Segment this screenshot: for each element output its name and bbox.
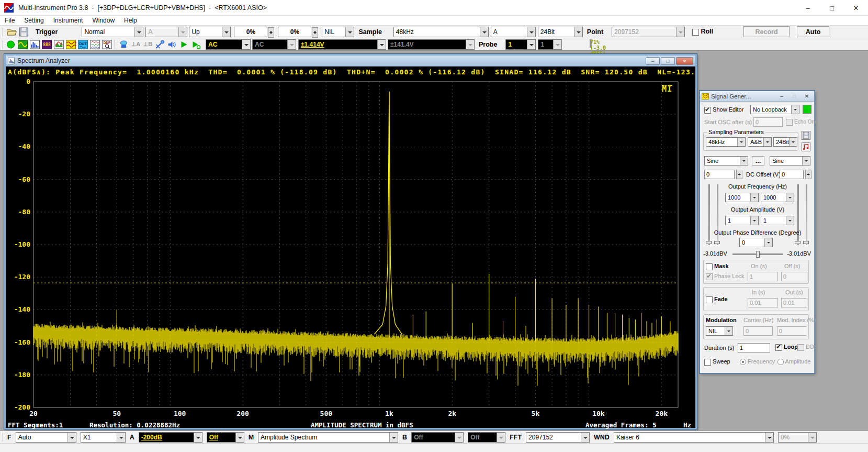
output-level-slider-handle[interactable]: [803, 241, 809, 244]
minimize-button[interactable]: –: [776, 93, 787, 100]
point-count-select[interactable]: 2097152: [612, 27, 685, 37]
generator-run-indicator[interactable]: [803, 105, 811, 114]
waveform-more-button[interactable]: ...: [752, 156, 764, 166]
output-level-slider-track-b1[interactable]: [797, 184, 799, 245]
waveform-a-select[interactable]: Sine: [704, 156, 748, 166]
toolbar-grip[interactable]: [2, 28, 3, 36]
spectrum-3d-plot-icon[interactable]: [53, 39, 64, 50]
frequency-a-select[interactable]: 1000: [725, 193, 759, 202]
mask-checkbox[interactable]: [706, 263, 713, 270]
minimize-button[interactable]: –: [646, 57, 660, 65]
b-shift-select[interactable]: Off: [468, 432, 505, 443]
run-icon[interactable]: [5, 39, 16, 50]
show-editor-checkbox[interactable]: [704, 107, 711, 114]
device-test-plan-icon[interactable]: DUT: [77, 39, 88, 50]
mask-off-input[interactable]: 0: [781, 272, 807, 281]
spinner-arrows-icon[interactable]: [312, 27, 318, 38]
spinner-arrows-icon[interactable]: [805, 170, 811, 179]
reference-b-icon[interactable]: ⊥B: [142, 39, 153, 50]
output-level-slider-handle[interactable]: [795, 241, 801, 244]
fft-size-select[interactable]: 2097152: [526, 432, 590, 443]
sample-rate-select[interactable]: 48kHz: [393, 27, 489, 37]
toolbar-grip[interactable]: [2, 40, 3, 49]
duration-input[interactable]: 1: [738, 343, 770, 352]
modulation-type-select[interactable]: NIL: [706, 326, 733, 336]
sample-channel-select[interactable]: A: [491, 27, 536, 37]
amplitude-a-select[interactable]: 1: [725, 216, 759, 225]
output-level-slider-track-b2[interactable]: [806, 184, 807, 245]
close-button[interactable]: ✕: [801, 93, 813, 100]
trigger-source-select[interactable]: A: [145, 27, 187, 37]
range-b-select[interactable]: ±141.4V: [388, 39, 475, 50]
start-osc-input[interactable]: 0: [753, 117, 783, 127]
probe-calibration-icon[interactable]: [154, 39, 165, 50]
auto-button[interactable]: Auto: [797, 26, 829, 37]
trigger-mode-select[interactable]: Normal: [82, 27, 143, 37]
menu-window[interactable]: Window: [87, 17, 119, 24]
play-green-icon[interactable]: [190, 39, 201, 50]
waveform-b-select[interactable]: Sine: [770, 156, 810, 166]
spectrum-plot[interactable]: 0-20-40-60-80-100-120-140-160-180-200205…: [6, 78, 695, 419]
output-level-slider-handle[interactable]: [706, 241, 712, 244]
spectrum-analyzer-icon[interactable]: [29, 39, 40, 50]
output-level-slider-track-a2[interactable]: [717, 184, 718, 245]
output-level-slider-track-a1[interactable]: [708, 184, 710, 245]
fade-in-input[interactable]: 0.01: [748, 298, 778, 307]
toolbar-grip[interactable]: [2, 433, 3, 442]
signal-generator-titlebar[interactable]: Signal Gener... – □ ✕: [700, 91, 814, 102]
coupling-b-select[interactable]: AC: [252, 39, 296, 50]
close-button[interactable]: ✕: [844, 0, 868, 16]
spectrum-mode-select[interactable]: Amplitude Spectrum: [258, 432, 398, 443]
bit-depth-select[interactable]: 24Bit: [538, 27, 583, 37]
close-button[interactable]: ✕: [676, 57, 693, 65]
carrier-input[interactable]: 0: [743, 326, 773, 336]
maximize-button[interactable]: □: [661, 57, 675, 65]
record-button[interactable]: Record: [743, 26, 790, 37]
save-icon[interactable]: [18, 27, 29, 37]
range-a-select[interactable]: ±1.414V: [298, 39, 386, 50]
sweep-frequency-radio[interactable]: [740, 359, 746, 365]
window-function-select[interactable]: Kaiser 6: [614, 432, 774, 443]
mask-on-input[interactable]: 1: [748, 272, 778, 281]
loop-checkbox[interactable]: [775, 344, 782, 351]
probe-b-select[interactable]: 1: [538, 39, 562, 50]
open-file-icon[interactable]: [6, 27, 17, 37]
generator-channels-select[interactable]: A&B: [748, 137, 772, 147]
derived-data-point-icon[interactable]: [89, 39, 100, 50]
menu-setting[interactable]: Setting: [19, 17, 48, 24]
a-shift-select[interactable]: Off: [207, 432, 244, 443]
maximize-button[interactable]: □: [788, 93, 800, 100]
output-level-slider-handle[interactable]: [714, 241, 720, 244]
music-notes-icon[interactable]: [802, 142, 810, 151]
phase-lock-checkbox[interactable]: [706, 273, 713, 280]
fade-checkbox[interactable]: [706, 296, 713, 303]
trigger-level-spinner[interactable]: 0%: [234, 27, 267, 37]
maximize-button[interactable]: □: [820, 0, 844, 16]
trigger-delay-spinner[interactable]: 0%: [278, 27, 311, 37]
b-range-select[interactable]: Off: [411, 432, 464, 443]
dc-offset-b-input[interactable]: 0: [780, 170, 804, 179]
fade-out-input[interactable]: 0.01: [781, 298, 807, 307]
trigger-hpf-select[interactable]: NIL: [322, 27, 354, 37]
oscilloscope-icon[interactable]: [17, 39, 28, 50]
signal-generator-icon[interactable]: [65, 39, 76, 50]
balance-slider-track[interactable]: [732, 253, 783, 255]
mod-index-input[interactable]: 0: [777, 326, 806, 336]
ddp-viewer-icon[interactable]: DDP: [102, 39, 112, 50]
zoom-select[interactable]: X1: [81, 432, 126, 443]
save-signal-icon[interactable]: [802, 131, 810, 140]
loopback-select[interactable]: No Loopback: [750, 105, 799, 114]
frequency-axis-select[interactable]: Auto: [16, 432, 76, 443]
menu-instrument[interactable]: Instrument: [49, 17, 88, 24]
overlap-select[interactable]: 0%: [778, 432, 817, 443]
balance-slider-handle[interactable]: [756, 251, 760, 258]
sound-device-icon[interactable]: [118, 39, 129, 50]
generator-sample-rate-select[interactable]: 48kHz: [706, 137, 746, 147]
menu-help[interactable]: Help: [119, 17, 142, 24]
echo-only-checkbox[interactable]: [786, 119, 793, 126]
sweep-checkbox[interactable]: [704, 359, 711, 366]
sweep-amplitude-radio[interactable]: [777, 359, 784, 365]
spinner-arrows-icon[interactable]: [268, 27, 274, 38]
coupling-a-select[interactable]: AC: [206, 39, 251, 50]
amplitude-b-select[interactable]: 1: [761, 216, 794, 225]
